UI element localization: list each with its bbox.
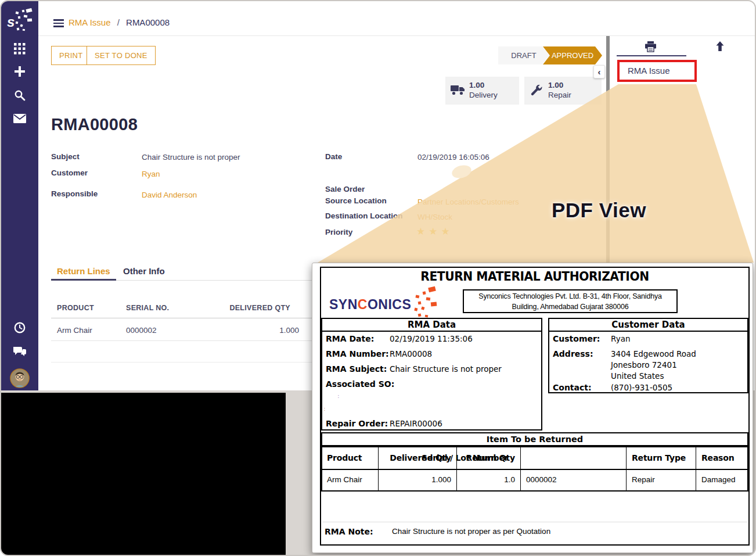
repair-count: 1.00 <box>548 80 571 90</box>
responsible-label: Responsible <box>51 189 98 198</box>
active-tab-underline <box>51 279 116 281</box>
items-col-product: Product <box>327 453 362 462</box>
menu-toggle-icon[interactable] <box>53 19 64 29</box>
tab-return-lines[interactable]: Return Lines <box>57 266 110 276</box>
address-label: Address: <box>553 349 593 358</box>
print-button[interactable]: PRINT <box>51 46 91 65</box>
activities-clock-icon[interactable] <box>1 322 38 333</box>
sale-order-label: Sale Order <box>325 185 365 193</box>
rma-date-value: 02/19/2019 11:35:06 <box>390 334 473 343</box>
black-backdrop <box>1 393 286 555</box>
repair-stat-text: 1.00 Repair <box>548 80 571 100</box>
printer-icon[interactable] <box>645 41 657 52</box>
messages-envelope-icon[interactable] <box>1 114 38 123</box>
contact-value: (870)-931-0505 <box>611 383 672 392</box>
truck-icon <box>451 84 466 96</box>
customer-data-header: Customer Data <box>549 319 747 332</box>
tab-other-info[interactable]: Other Info <box>123 266 165 276</box>
item-return-type: Repair <box>632 475 655 484</box>
rma-data-header: RMA Data <box>322 319 541 332</box>
preview-tab-underline <box>617 55 686 56</box>
delivery-stat-text: 1.00 Delivery <box>469 80 498 100</box>
cell-serial: 0000002 <box>126 326 157 335</box>
table-header-gridline <box>322 469 748 470</box>
table-row-line <box>51 340 314 341</box>
col-serial[interactable]: SERIAL NO. <box>126 304 169 312</box>
sidebar: s <box>1 1 38 390</box>
rma-subject-value: Chair Structure is not proper <box>390 364 502 374</box>
pdf-document: RETURN MATERIAL AUTHORIZATION SYNCONICS <box>320 267 750 546</box>
synconics-logo: SYNCONICS <box>329 291 449 318</box>
associated-so-label: Associated SO: <box>326 379 394 389</box>
date-value: 02/19/2019 16:05:06 <box>417 153 489 162</box>
repair-order-value: REPAIR00006 <box>390 419 442 428</box>
address-line1: 3404 Edgewood Road <box>611 349 696 358</box>
cell-delivered-qty: 1.000 <box>231 326 299 335</box>
note-divider <box>322 522 747 522</box>
destination-location-link[interactable]: WH/Stock <box>417 213 452 221</box>
rma-note-label: RMA Note: <box>325 527 373 536</box>
create-plus-icon[interactable] <box>1 66 38 77</box>
delivery-stat-button[interactable]: 1.00 Delivery <box>445 77 519 105</box>
repair-stat-button[interactable]: 1.00 Repair <box>524 77 602 105</box>
item-return-qty: 1.0 <box>459 475 515 484</box>
responsible-link[interactable]: David Anderson <box>142 191 197 199</box>
pdf-view-label: PDF View <box>552 199 646 222</box>
upload-arrow-icon[interactable] <box>715 41 725 52</box>
status-approved[interactable]: APPROVED <box>543 46 602 64</box>
items-col-serial: Serial / Lot Number <box>422 453 508 462</box>
customer-data-box: Customer Data Customer: Ryan Address: 34… <box>548 318 748 393</box>
customer-value: Ryan <box>611 334 630 343</box>
item-product: Arm Chair <box>327 475 362 484</box>
items-col-type: Return Type <box>632 453 686 462</box>
apps-grid-icon[interactable] <box>1 43 38 55</box>
delivery-label: Delivery <box>469 91 498 99</box>
logo-text-onics: ONICS <box>368 297 411 313</box>
breadcrumb: RMA Issue / RMA00008 <box>69 17 170 27</box>
contact-label: Contact: <box>553 383 592 392</box>
priority-stars[interactable]: ★★★ <box>416 225 453 238</box>
company-address-line1: Synconics Technologies Pvt. Ltd. B-31, 4… <box>464 291 676 302</box>
panel-divider[interactable] <box>606 36 610 263</box>
items-col-reason: Reason <box>701 453 734 462</box>
user-avatar[interactable] <box>1 368 38 388</box>
address-line2: Jonesboro 72401 <box>611 360 677 370</box>
discuss-chat-icon[interactable] <box>1 346 38 357</box>
subject-value: Chair Structure is not proper <box>142 153 240 162</box>
rma-subject-label: RMA Subject: <box>326 364 387 374</box>
table-header-line <box>51 318 314 318</box>
topbar-divider <box>38 35 755 36</box>
customer-label: Customer: <box>553 334 600 343</box>
source-location-link[interactable]: Partner Locations/Customers <box>417 198 519 206</box>
item-serial: 0000002 <box>526 475 557 484</box>
set-to-done-button[interactable]: SET TO DONE <box>87 46 156 65</box>
customer-link[interactable]: Ryan <box>142 170 160 178</box>
col-delivered-qty[interactable]: DELIVERED QTY <box>222 304 290 312</box>
stray-mark-1: : <box>337 392 340 400</box>
company-address-box: Synconics Technologies Pvt. Ltd. B-31, 4… <box>463 289 678 313</box>
col-product[interactable]: PRODUCT <box>57 304 94 312</box>
logo-text-syn: SYN <box>329 297 358 313</box>
logo-text-c: C <box>358 297 368 313</box>
rma-data-box: RMA Data RMA Date: 02/19/2019 11:35:06 R… <box>321 318 542 431</box>
item-reason: Damaged <box>701 475 736 484</box>
delivery-count: 1.00 <box>469 80 498 90</box>
app-logo-icon[interactable]: s <box>1 8 38 33</box>
status-draft[interactable]: DRAFT <box>498 46 549 64</box>
page-title: RMA00008 <box>51 115 138 134</box>
wrench-icon <box>530 84 543 98</box>
source-location-label: Source Location <box>325 196 387 205</box>
breadcrumb-section[interactable]: RMA Issue <box>69 17 111 27</box>
date-label: Date <box>325 152 342 161</box>
pdf-title: RETURN MATERIAL AUTHORIZATION <box>338 269 731 284</box>
breadcrumb-separator: / <box>117 17 120 27</box>
svg-text:s: s <box>7 14 15 30</box>
search-icon[interactable] <box>1 89 38 101</box>
repair-label: Repair <box>548 91 571 99</box>
logo-squares-icon <box>413 286 449 320</box>
screenshot-frame: s <box>0 0 756 556</box>
rma-date-label: RMA Date: <box>326 334 374 343</box>
collapse-panel-button[interactable]: ‹ <box>593 65 605 78</box>
priority-label: Priority <box>325 228 352 236</box>
subject-label: Subject <box>51 152 80 161</box>
